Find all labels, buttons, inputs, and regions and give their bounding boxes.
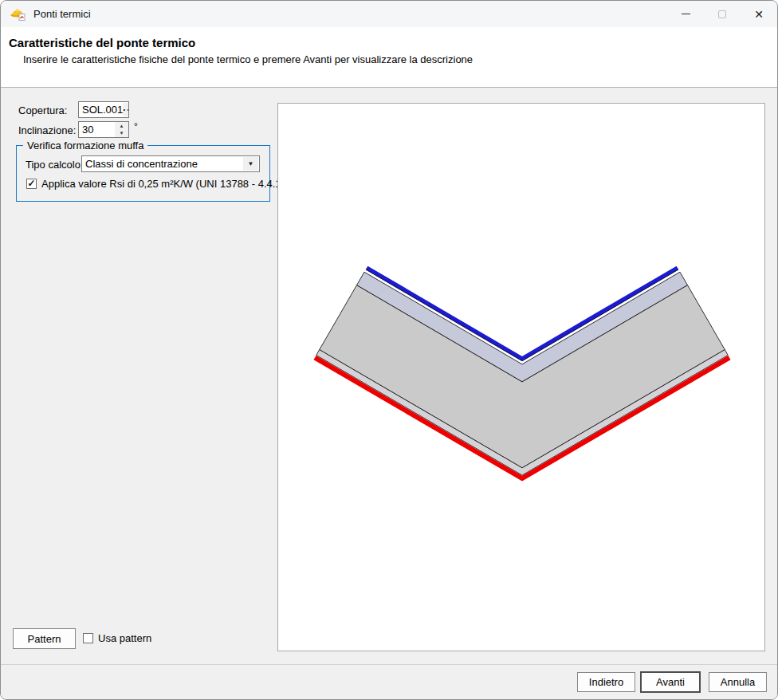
titlebar: Ponti termici ✕ (1, 1, 777, 27)
tipo-calcolo-label: Tipo calcolo: (26, 159, 84, 171)
page-title: Caratteristiche del ponte termico (9, 36, 195, 49)
spin-up-icon[interactable]: ▲ (115, 122, 128, 130)
roof-section-diagram (278, 104, 764, 651)
minimize-button[interactable] (667, 1, 704, 27)
chevron-down-icon: ▼ (243, 157, 258, 171)
pattern-button[interactable]: Pattern (13, 628, 76, 649)
copertura-label: Copertura: (18, 104, 67, 116)
footer: Indietro Avanti Annulla (1, 664, 777, 700)
copertura-field[interactable]: SOL.001 ··· (78, 101, 129, 118)
close-icon: ✕ (754, 9, 764, 20)
inclinazione-field[interactable]: 30 ▲ ▼ (78, 121, 129, 138)
wizard-header: Caratteristiche del ponte termico Inseri… (1, 27, 777, 88)
groupbox-verifica-muffa: Verifica formazione muffa Tipo calcolo: … (16, 145, 270, 202)
rsi-checkbox-label: Applica valore Rsi di 0,25 m²K/W (UNI 13… (41, 178, 285, 190)
main-area: Copertura: SOL.001 ··· Inclinazione: 30 … (1, 88, 777, 664)
maximize-button[interactable] (704, 1, 741, 27)
indietro-button[interactable]: Indietro (577, 672, 635, 692)
dialog-window: Ponti termici ✕ Caratteristiche del pont… (0, 0, 778, 700)
minimize-icon (682, 14, 690, 14)
degree-symbol: ° (134, 121, 138, 132)
usa-pattern-label: Usa pattern (98, 632, 151, 644)
inclinazione-spinner: ▲ ▼ (115, 122, 128, 137)
tipo-calcolo-dropdown[interactable]: Classi di concentrazione ▼ (81, 155, 260, 172)
tipo-calcolo-value: Classi di concentrazione (82, 158, 243, 170)
spin-down-icon[interactable]: ▼ (115, 130, 128, 138)
maximize-icon (718, 10, 726, 18)
inclinazione-label: Inclinazione: (18, 124, 76, 136)
rsi-checkbox[interactable] (26, 179, 37, 189)
inclinazione-value: 30 (79, 124, 115, 136)
page-subtitle: Inserire le caratteristiche fisiche del … (23, 53, 473, 65)
app-icon-hardhat (10, 7, 26, 22)
groupbox-title: Verifica formazione muffa (23, 140, 147, 151)
browse-button[interactable]: ··· (123, 103, 129, 116)
preview-canvas (277, 103, 765, 651)
avanti-button[interactable]: Avanti (640, 671, 701, 693)
annulla-button[interactable]: Annulla (709, 672, 767, 692)
close-button[interactable]: ✕ (741, 1, 777, 27)
window-title: Ponti termici (33, 8, 91, 20)
usa-pattern-checkbox[interactable] (83, 633, 93, 643)
copertura-value: SOL.001 (79, 104, 123, 116)
